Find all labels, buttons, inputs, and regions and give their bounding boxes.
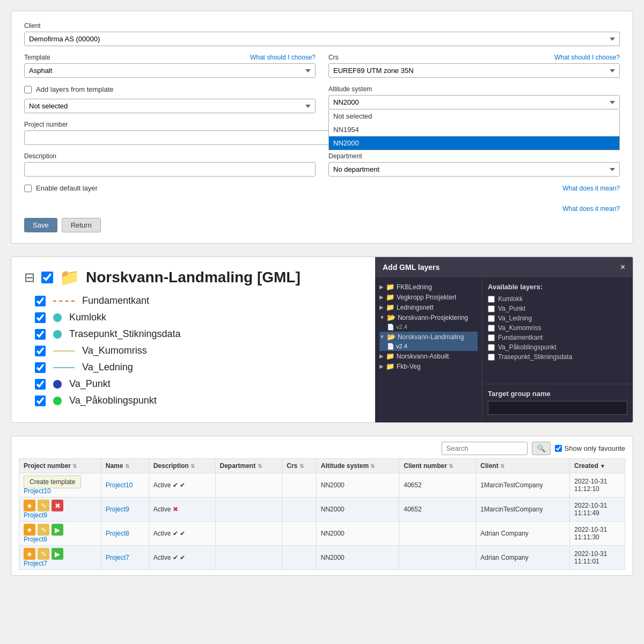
tree-item-fkbledning[interactable]: ▶ 📁 FKBLedning [379, 282, 478, 292]
expand-icon3: ▶ [379, 304, 384, 310]
collapse-icon[interactable]: ⊟ [24, 270, 35, 285]
project-link[interactable]: Project10 [24, 487, 51, 495]
altitude-select[interactable]: NN2000 [328, 95, 620, 109]
gml-layer-checkbox-kumlokk[interactable] [35, 312, 46, 323]
sort-icon-crs: ⇅ [299, 463, 304, 469]
crs-help-link[interactable]: What should I choose? [554, 54, 620, 61]
folder-icon2: 📁 [386, 293, 394, 301]
gml-title: Norskvann-Landmaling [GML] [86, 269, 301, 286]
col-client[interactable]: Client ⇅ [476, 459, 570, 473]
col-description[interactable]: Description ⇅ [149, 459, 215, 473]
template-help-link[interactable]: What should I choose? [250, 54, 316, 61]
enable-layer-row: Enable default layer What does it mean? [24, 184, 620, 192]
kumlokk-dot-icon [53, 313, 62, 322]
altitude-option-not-selected[interactable]: Not selected [329, 109, 619, 123]
save-button[interactable]: Save [24, 218, 57, 232]
gml-layer-checkbox-trasepunkt[interactable] [35, 329, 46, 340]
favourite-button[interactable]: ★ [24, 500, 35, 511]
active-status: Active [153, 554, 178, 561]
search-input[interactable] [442, 442, 528, 455]
modal-close-button[interactable]: × [620, 262, 625, 272]
tree-item-ledningsnett[interactable]: ▶ 📁 Ledningsnett [379, 302, 478, 312]
col-client-number[interactable]: Client number ⇅ [399, 459, 476, 473]
project-name-link[interactable]: Project7 [106, 554, 129, 561]
col-created[interactable]: Created ▼ [570, 459, 625, 473]
modal-layer-checkbox-vakumomriss[interactable] [488, 325, 495, 332]
table-row: ★ ✎ ▶ Project7 Project7 Active ✔ NN2000 [19, 546, 625, 570]
add-layers-checkbox[interactable] [24, 86, 32, 93]
description-input[interactable] [24, 162, 316, 177]
enable-layer-checkbox[interactable] [24, 185, 32, 192]
favourite-button[interactable]: ★ [24, 548, 35, 560]
department-col: Department No department [328, 152, 620, 177]
delete-button[interactable]: ✖ [52, 500, 63, 511]
what-does-it-mean-link[interactable]: What does it mean? [562, 185, 620, 192]
template-label-row: Template What should I choose? [24, 54, 316, 61]
cell-crs [282, 497, 316, 522]
cell-client-number [399, 546, 476, 570]
expand-icon6: ▶ [379, 353, 384, 359]
tree-item-fkb-veg[interactable]: ▶ 📁 Fkb-Veg [379, 361, 478, 371]
col-name[interactable]: Name ⇅ [101, 459, 149, 473]
cell-altitude: NN2000 [316, 497, 399, 522]
tree-item-norskvann-prosjektering[interactable]: ▼ 📂 Norskvann-Prosjektering [379, 312, 478, 323]
modal-layer-checkbox-fundamentkant[interactable] [488, 334, 495, 341]
gml-layer-checkbox-vapakoblingspunkt[interactable] [35, 396, 46, 406]
green-button[interactable]: ▶ [52, 524, 63, 536]
gml-layer-checkbox-valedning[interactable] [35, 362, 46, 373]
department-select[interactable]: No department [328, 162, 620, 177]
project-name-link[interactable]: Project8 [106, 530, 129, 537]
tree-item-prosjektering-v24[interactable]: 📄 v2.4 [379, 323, 478, 332]
vapakoblingspunkt-dot-icon [53, 397, 62, 405]
project-link[interactable]: Project8 [24, 536, 47, 543]
projects-section: 🔍 Show only favourite Project number ⇅ N… [11, 436, 633, 576]
col-department[interactable]: Department ⇅ [215, 459, 282, 473]
gml-main-checkbox[interactable] [41, 272, 53, 283]
col-project-number[interactable]: Project number ⇅ [19, 459, 101, 473]
tree-item-norskvann-landmaling[interactable]: ▼ 📂 Norskvann-Landmaling [379, 332, 478, 342]
edit-button[interactable]: ✎ [38, 500, 49, 511]
col-crs[interactable]: Crs ⇅ [282, 459, 316, 473]
project-link[interactable]: Project7 [24, 560, 47, 567]
not-selected-select[interactable]: Not selected [24, 99, 316, 113]
project-link[interactable]: Project9 [24, 511, 47, 519]
cell-name: Project9 [101, 497, 149, 522]
gml-title-row: ⊟ 📁 Norskvann-Landmaling [GML] [24, 268, 362, 287]
edit-button[interactable]: ✎ [38, 524, 49, 536]
altitude-option-nn1954[interactable]: NN1954 [329, 123, 619, 136]
tree-item-vegkropp[interactable]: ▶ 📁 Vegkropp Prosjektert [379, 292, 478, 302]
crs-select[interactable]: EUREF89 UTM zone 35N [328, 63, 620, 78]
favourite-button[interactable]: ★ [24, 524, 35, 536]
altitude-dropdown[interactable]: NN2000 Not selected NN1954 NN2000 [328, 95, 620, 109]
vapunkt-dot-icon [53, 380, 62, 389]
cell-client: Adrian Company [476, 522, 570, 546]
what-does-it-mean-link2[interactable]: What does it mean? [322, 205, 620, 213]
col-altitude[interactable]: Altitude system ⇅ [316, 459, 399, 473]
modal-target-section: Target group name [482, 384, 633, 420]
altitude-option-nn2000[interactable]: NN2000 [329, 136, 619, 150]
modal-layer-checkbox-trasepunkt[interactable] [488, 354, 495, 361]
client-select[interactable]: Demofirma AS (00000) [24, 32, 620, 46]
tree-item-landmaling-v24[interactable]: 📄 v2.4 [379, 342, 478, 351]
gml-layer-checkbox-vapunkt[interactable] [35, 379, 46, 390]
target-group-input[interactable] [488, 401, 627, 415]
tree-item-norskvann-asbuilt[interactable]: ▶ 📁 Norskvann-Asbuilt [379, 351, 478, 361]
green-button[interactable]: ▶ [52, 548, 63, 560]
project-name-link[interactable]: Project9 [106, 506, 129, 513]
modal-layer-checkbox-valedning[interactable] [488, 315, 495, 322]
cell-crs [282, 522, 316, 546]
template-select[interactable]: Asphalt [24, 63, 316, 78]
search-button[interactable]: 🔍 [532, 442, 551, 455]
project-name-link[interactable]: Project10 [106, 481, 133, 489]
tooltip-wrapper: Create template ★ ✎ ▶ Project10 [24, 475, 97, 495]
modal-layer-checkbox-vapunkt[interactable] [488, 305, 495, 312]
modal-layer-checkbox-kumlokk[interactable] [488, 296, 495, 303]
edit-button[interactable]: ✎ [38, 548, 49, 560]
add-layers-row: Add layers from template [24, 85, 316, 93]
show-favourite-checkbox[interactable] [555, 445, 562, 452]
gml-layer-checkbox-vakumomriss[interactable] [35, 346, 46, 356]
modal-layer-checkbox-vapakoblingspunkt[interactable] [488, 344, 495, 351]
gml-layer-checkbox-fundamentkant[interactable] [35, 296, 46, 306]
gml-left-panel: ⊟ 📁 Norskvann-Landmaling [GML] Fundament… [11, 257, 375, 422]
return-button[interactable]: Return [62, 218, 101, 232]
